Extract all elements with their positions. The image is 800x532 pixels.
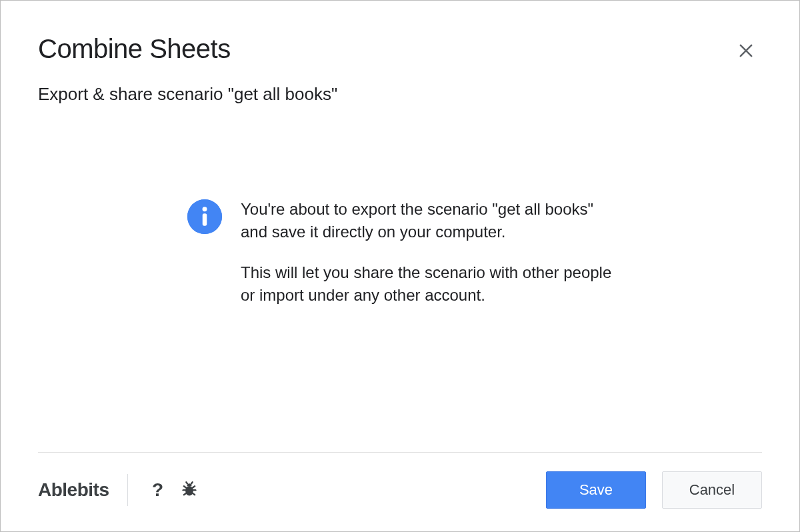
info-icon [187,199,222,234]
message-paragraph-1: You're about to export the scenario "get… [241,198,614,243]
bug-report-button[interactable] [176,477,203,503]
message-paragraph-2: This will let you share the scenario wit… [241,261,614,306]
divider [127,474,128,506]
svg-line-12 [187,482,188,483]
close-button[interactable] [735,41,757,62]
svg-line-10 [184,493,187,494]
svg-line-11 [193,493,195,494]
save-button[interactable]: Save [546,471,646,509]
dialog-content: You're about to export the scenario "get… [1,105,799,452]
close-icon [737,41,755,62]
help-button[interactable]: ? [144,477,171,503]
dialog-title: Combine Sheets [38,34,762,64]
help-icon: ? [152,479,163,501]
brand-logo: Ablebits [38,479,127,501]
cancel-button[interactable]: Cancel [662,471,762,509]
svg-point-3 [203,207,207,211]
dialog-subtitle: Export & share scenario "get all books" [38,84,762,105]
message-block: You're about to export the scenario "get… [241,198,614,452]
dialog-footer: Ablebits ? Save [38,452,762,531]
export-scenario-dialog: Combine Sheets Export & share scenario "… [0,0,800,532]
svg-line-9 [193,486,195,487]
svg-rect-4 [203,213,207,225]
svg-line-13 [191,482,193,483]
bug-icon [180,480,199,501]
dialog-header: Combine Sheets Export & share scenario "… [1,1,799,105]
svg-line-8 [184,486,187,487]
